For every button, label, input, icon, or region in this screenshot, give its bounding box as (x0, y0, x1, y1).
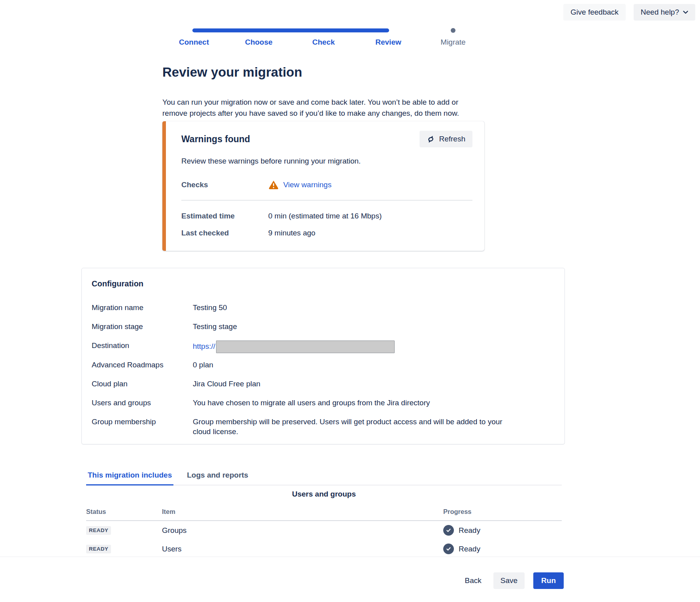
column-item: Item (162, 508, 443, 515)
progress-label: Ready (459, 526, 480, 535)
check-circle-icon (443, 525, 454, 536)
config-row-advanced-roadmaps: Advanced Roadmaps 0 plan (92, 360, 553, 370)
configuration-card: Configuration Migration name Testing 50 … (81, 268, 565, 444)
save-button[interactable]: Save (493, 572, 525, 589)
step-review: Review (375, 38, 401, 47)
page-description: You can run your migration now or save a… (162, 97, 478, 119)
migration-progress-stepper: Connect Choose Check Review Migrate (176, 24, 484, 51)
step-check: Check (312, 38, 335, 47)
details-tabs: This migration includes Logs and reports (86, 468, 562, 485)
status-badge: READY (86, 545, 111, 553)
last-checked-label: Last checked (181, 229, 268, 237)
table-row-groups: READY Groups Ready (86, 521, 562, 540)
column-status: Status (86, 508, 162, 515)
warning-triangle-icon (268, 180, 279, 190)
check-circle-icon (443, 544, 454, 554)
checks-label: Checks (181, 181, 268, 189)
need-help-button[interactable]: Need help? (634, 4, 695, 21)
column-progress: Progress (443, 508, 562, 515)
step-connect: Connect (179, 38, 209, 47)
config-row-destination: Destination https:// (92, 341, 553, 353)
tab-this-migration-includes[interactable]: This migration includes (86, 469, 173, 485)
item-label: Groups (162, 526, 443, 535)
action-footer: Back Save Run (0, 557, 700, 602)
last-checked-value: 9 minutes ago (268, 229, 315, 237)
back-button[interactable]: Back (462, 572, 485, 589)
refresh-label: Refresh (439, 135, 465, 143)
config-row-migration-stage: Migration stage Testing stage (92, 322, 553, 331)
destination-link[interactable]: https:// (193, 342, 215, 350)
stepper-migrate-dot (451, 28, 455, 33)
config-row-users-and-groups: Users and groups You have chosen to migr… (92, 398, 553, 408)
warnings-divider (181, 200, 472, 201)
refresh-icon (427, 135, 435, 143)
table-header-row: Status Item Progress (86, 508, 562, 521)
config-row-group-membership: Group membership Group membership will b… (92, 417, 553, 436)
users-and-groups-table: Users and groups Status Item Progress RE… (86, 490, 562, 559)
tab-logs-and-reports[interactable]: Logs and reports (185, 469, 250, 485)
estimated-time-value: 0 min (estimated time at 16 Mbps) (268, 212, 382, 220)
estimated-time-label: Estimated time (181, 212, 268, 220)
warnings-card-title: Warnings found (181, 134, 250, 145)
warnings-description: Review these warnings before running you… (181, 156, 472, 166)
configuration-title: Configuration (92, 279, 553, 288)
warnings-card: Warnings found Refresh Review these warn… (162, 121, 484, 251)
view-warnings-link[interactable]: View warnings (283, 181, 331, 189)
step-choose: Choose (245, 38, 273, 47)
give-feedback-button[interactable]: Give feedback (563, 4, 625, 21)
table-title: Users and groups (86, 490, 562, 499)
step-migrate: Migrate (440, 38, 465, 47)
stepper-progress-bar (192, 28, 389, 32)
progress-label: Ready (459, 545, 480, 553)
destination-redaction-box (216, 341, 395, 353)
need-help-label: Need help? (641, 8, 679, 17)
refresh-button[interactable]: Refresh (420, 131, 472, 147)
chevron-down-icon (683, 11, 688, 14)
config-row-migration-name: Migration name Testing 50 (92, 303, 553, 312)
top-action-bar: Give feedback Need help? (563, 4, 695, 21)
config-row-cloud-plan: Cloud plan Jira Cloud Free plan (92, 379, 553, 389)
table-row-users: READY Users Ready (86, 540, 562, 559)
page-title: Review your migration (162, 65, 302, 80)
status-badge: READY (86, 526, 111, 535)
run-button[interactable]: Run (533, 572, 564, 589)
item-label: Users (162, 545, 443, 553)
